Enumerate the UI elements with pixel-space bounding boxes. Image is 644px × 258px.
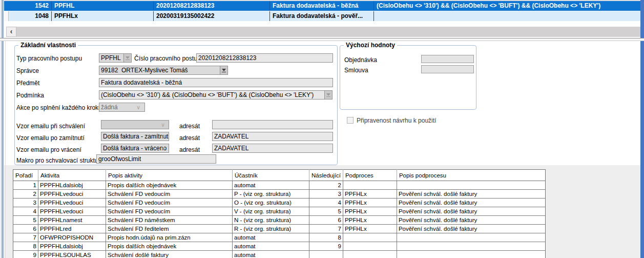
panel-left-line xyxy=(5,41,6,258)
workflow-type-combo[interactable]: PPFHL xyxy=(99,53,124,63)
step-action-label: Akce po splnění každého kroku xyxy=(16,104,102,111)
cell-aktivita: PPPFHLvedouci xyxy=(38,207,106,216)
activity-row[interactable]: 6 PPPFHLred Schválení FD ředitelem R - (… xyxy=(13,225,546,233)
cell-popis-podprocesu: Pověření schvál. došlé faktury xyxy=(397,199,545,207)
default-values-title: Výchozí hodnoty xyxy=(344,42,397,48)
col-aktivita[interactable]: Aktivita xyxy=(38,170,106,181)
order-label: Objednávka xyxy=(344,56,377,64)
workflow-grid-row[interactable]: 1048 PPFHLx 20200319135002422 Faktura do… xyxy=(4,11,640,21)
dropdown-arrow-icon xyxy=(222,69,226,71)
cell-ucastnik: automat xyxy=(233,251,309,258)
cell-podproces xyxy=(343,242,397,251)
cell-nasledujici: 9 xyxy=(309,242,343,251)
macro-label: Makro pro schvalovací strukturu xyxy=(16,157,103,164)
cell-nasledujici: 7 xyxy=(309,225,343,233)
macro-field[interactable]: grooOfwosLimit xyxy=(96,154,216,164)
cell-aktivita: PPPFHLvedouci xyxy=(38,199,106,207)
cell-ucastnik: N - (viz org. struktura) xyxy=(233,216,309,225)
activity-row[interactable]: 5 PPPFHLnamest Schválení FD náměstkem N … xyxy=(13,216,546,225)
cell-popis: Schválení FD vedoucím xyxy=(106,190,233,199)
addressee-reject-field[interactable]: ZADAVATEL xyxy=(212,132,333,141)
scroll-left-button[interactable] xyxy=(6,27,16,37)
chevron-down-icon xyxy=(161,122,165,128)
condition-field[interactable]: (CisloObehu <> '310') && (CisloObehu <> … xyxy=(99,90,325,100)
cell-popis: Schválení FD ředitelem xyxy=(106,225,233,233)
cell-popis: Propis dalších objednávek xyxy=(106,181,233,190)
administrator-dropdown-button[interactable] xyxy=(220,66,228,75)
activity-row[interactable]: 8 PPPFHLdalsiobj Propis dalších objednáv… xyxy=(13,242,546,251)
addressee-approve-field[interactable] xyxy=(212,120,333,129)
readiness-checkbox[interactable] xyxy=(347,117,354,124)
condition-label: Podmínka xyxy=(16,92,44,99)
col-popis-podprocesu[interactable]: Popis podprocesu xyxy=(397,170,545,181)
order-field[interactable] xyxy=(421,55,474,63)
horizontal-scrollbar[interactable] xyxy=(6,27,640,37)
activity-row[interactable]: 3 PPPFHLvedouci Schválení FD vedoucím O … xyxy=(13,199,546,207)
cell-aktivita: PPPFHLdalsiobj xyxy=(38,242,106,251)
workflow-number-field[interactable]: 20201208212838123 xyxy=(196,53,333,63)
col-nasledujici[interactable]: Následující xyxy=(309,170,343,181)
email-approve-label: Vzor emailu při schválení xyxy=(16,123,85,130)
activity-row[interactable]: 1 PPPFHLdalsiobj Propis dalších objednáv… xyxy=(13,181,546,190)
cell-popis-podprocesu xyxy=(397,181,545,190)
cell-podproces xyxy=(343,233,397,242)
cell-workflow-type: PPFHL xyxy=(52,1,154,11)
cell-podproces: PPFHLx xyxy=(343,216,397,225)
cell-podproces xyxy=(343,181,397,190)
cell-aktivita: OFWPROPISHODN xyxy=(38,233,106,242)
activity-row[interactable]: 7 OFWPROPISHODN Propis hodn.údajů na pri… xyxy=(13,233,546,242)
workflow-definition-window: 1542 PPFHL 20201208212838123 Faktura dod… xyxy=(0,0,644,258)
email-reject-combo[interactable]: Došlá faktura - zamítnut xyxy=(101,132,169,141)
cell-workflow-condition xyxy=(374,11,640,21)
cell-workflow-subject: Faktura dodavatelská - běžná xyxy=(270,1,374,11)
cell-popis-podprocesu xyxy=(397,242,545,251)
cell-popis-podprocesu: Pověření schvál. došlé faktury xyxy=(397,190,545,199)
dropdown-bar-icon xyxy=(222,72,226,72)
cell-nasledujici: 3 xyxy=(309,190,343,199)
activity-row[interactable]: 9 PPPFHLSOUHLAS Schválení došlé faktury … xyxy=(13,251,546,258)
dropdown-arrow-icon xyxy=(126,56,130,59)
chevron-down-icon xyxy=(161,134,165,140)
cell-workflow-condition: (CisloObehu <> '310') && (CisloObehu <> … xyxy=(374,1,640,11)
cell-workflow-id: 1542 xyxy=(4,1,52,11)
addressee-label: adresát xyxy=(179,134,200,142)
email-approve-combo[interactable] xyxy=(101,120,169,129)
cell-nasledujici: 5 xyxy=(309,207,343,216)
cell-workflow-number: 20200319135002422 xyxy=(154,11,270,21)
cell-poradi: 5 xyxy=(13,216,38,225)
workflow-grid-row-selected[interactable]: 1542 PPFHL 20201208212838123 Faktura dod… xyxy=(4,1,640,11)
cell-ucastnik: O - (viz org. struktura) xyxy=(233,199,309,207)
addressee-label: adresát xyxy=(179,123,200,130)
cell-ucastnik: R - (viz org. struktura) xyxy=(233,225,309,233)
cell-popis: Propis dalších objednávek xyxy=(106,242,233,251)
cell-nasledujici: 2 xyxy=(309,181,343,190)
cell-poradi: 3 xyxy=(13,199,38,207)
activity-row[interactable]: 2 PPPFHLvedouci Schválení FD vedoucím P … xyxy=(13,190,546,199)
col-ucastnik[interactable]: Účastník xyxy=(233,170,309,181)
col-poradi[interactable]: Pořadí xyxy=(13,170,38,181)
workflow-type-label: Typ pracovního postupu xyxy=(16,55,82,62)
subject-field[interactable]: Faktura dodavatelská - běžná xyxy=(99,78,333,87)
cell-aktivita: PPPFHLSOUHLAS xyxy=(38,251,106,258)
administrator-combo[interactable]: 99182 ORTEX-Myslivec Tomáš xyxy=(99,66,220,75)
workflow-type-dropdown-button[interactable] xyxy=(123,53,132,63)
cell-popis-podprocesu: Pověření schvál. došlé faktury xyxy=(397,225,545,233)
activity-row[interactable]: 4 PPPFHLvedouci Schválení FD vedoucím V … xyxy=(13,207,546,216)
col-popis-aktivity[interactable]: Popis aktivity xyxy=(106,170,233,181)
cell-nasledujici: 4 xyxy=(309,199,343,207)
cell-aktivita: PPPFHLred xyxy=(38,225,106,233)
workflow-number-label: Číslo pracovního postupu xyxy=(134,55,204,62)
readiness-checkbox-label: Připravenost návrhu k použití xyxy=(357,117,436,124)
cell-poradi: 2 xyxy=(13,190,38,199)
row-indicator xyxy=(4,11,9,21)
contract-field[interactable] xyxy=(421,65,474,73)
cell-podproces: PPFHLx xyxy=(343,199,397,207)
addressee-return-field[interactable]: ZADAVATEL xyxy=(212,144,333,153)
cell-aktivita: PPPFHLnamest xyxy=(38,216,106,225)
col-podproces[interactable]: Podproces xyxy=(343,170,397,181)
cell-workflow-id: 1048 xyxy=(9,11,52,21)
condition-dropdown-button[interactable] xyxy=(324,90,333,100)
cell-popis-podprocesu xyxy=(397,251,545,258)
cell-poradi: 4 xyxy=(13,207,38,216)
email-return-combo[interactable]: Došlá faktura - vráceno xyxy=(101,144,169,153)
